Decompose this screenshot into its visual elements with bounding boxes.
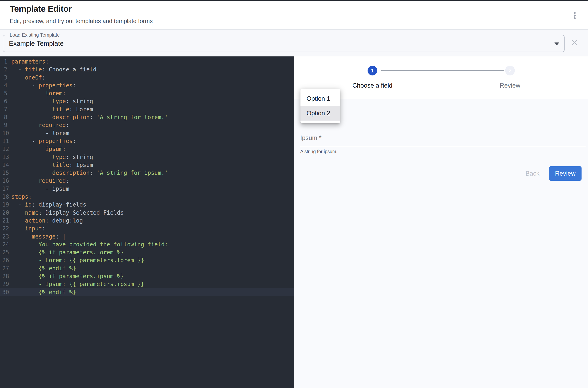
editor-lines: 1 parameters: 2 - title: Choose a field … <box>0 58 294 296</box>
editor-line[interactable]: 30 {% endif %} <box>0 288 294 296</box>
step-2-indicator: 2 <box>505 66 515 75</box>
editor-line[interactable]: 23 message: | <box>0 233 294 241</box>
load-template-select[interactable]: Load Existing Template Example Template <box>3 35 565 52</box>
ipsum-field-helper: A string for ipsum. <box>300 149 337 154</box>
editor-line[interactable]: 5 lorem: <box>0 89 294 97</box>
editor-line[interactable]: 27 {% endif %} <box>0 264 294 272</box>
template-loader-bar: Load Existing Template Example Template <box>0 29 588 56</box>
editor-line-number: 26 <box>0 256 11 264</box>
editor-line[interactable]: 11 - properties: <box>0 137 294 145</box>
editor-line[interactable]: 1 parameters: <box>0 58 294 66</box>
editor-line-number: 16 <box>0 177 11 185</box>
editor-line-number: 19 <box>0 201 11 209</box>
editor-line-code: description: 'A string for lorem.' <box>11 113 294 121</box>
editor-line-number: 23 <box>0 233 11 241</box>
editor-line[interactable]: 9 required: <box>0 121 294 129</box>
editor-line-code: - ipsum <box>11 185 294 193</box>
editor-line[interactable]: 24 You have provided the following field… <box>0 241 294 248</box>
editor-line-code: lorem: <box>11 89 294 97</box>
editor-line[interactable]: 19 - id: display-fields <box>0 201 294 209</box>
step-2-label: Review <box>470 82 550 89</box>
clear-template-button[interactable] <box>569 38 580 48</box>
editor-line-number: 13 <box>0 153 11 161</box>
editor-line[interactable]: 18 steps: <box>0 193 294 201</box>
step-1-indicator: 1 <box>368 66 377 75</box>
editor-line-code: required: <box>11 121 294 129</box>
editor-line[interactable]: 15 description: 'A string for ipsum.' <box>0 169 294 177</box>
editor-line-number: 29 <box>0 280 11 288</box>
chevron-down-icon <box>554 43 559 45</box>
editor-line[interactable]: 3 oneOf: <box>0 74 294 81</box>
editor-line-number: 20 <box>0 209 11 217</box>
load-template-select-value: Example Template <box>9 35 64 51</box>
editor-line[interactable]: 8 description: 'A string for lorem.' <box>0 113 294 121</box>
step-connector <box>381 70 504 71</box>
editor-line-code: steps: <box>11 193 294 201</box>
editor-line-number: 12 <box>0 145 11 153</box>
editor-line-code: You have provided the following field: <box>11 241 294 248</box>
dropdown-option[interactable]: Option 1 <box>301 92 340 106</box>
editor-line[interactable]: 16 required: <box>0 177 294 185</box>
editor-line-code: {% endif %} <box>11 288 294 296</box>
editor-line-code: {% endif %} <box>11 264 294 272</box>
template-editor-window: Template Editor Edit, preview, and try o… <box>0 0 588 388</box>
editor-line[interactable]: 14 title: Ipsum <box>0 161 294 169</box>
editor-line[interactable]: 22 input: <box>0 224 294 232</box>
editor-line-number: 27 <box>0 264 11 272</box>
editor-line[interactable]: 13 type: string <box>0 153 294 161</box>
editor-line[interactable]: 28 {% if parameters.ipsum %} <box>0 272 294 280</box>
editor-line-code: - Ipsum: {{ parameters.ipsum }} <box>11 280 294 288</box>
editor-line[interactable]: 21 action: debug:log <box>0 217 294 224</box>
dropdown-option[interactable]: Option 2 <box>301 106 340 121</box>
editor-line-number: 9 <box>0 121 11 129</box>
editor-line-code: name: Display Selected Fields <box>11 209 294 217</box>
editor-line[interactable]: 29 - Ipsum: {{ parameters.ipsum }} <box>0 280 294 288</box>
close-icon <box>571 39 578 46</box>
editor-line-code: title: Ipsum <box>11 161 294 169</box>
editor-line-number: 4 <box>0 81 11 89</box>
editor-line-code: type: string <box>11 97 294 105</box>
preview-panel: 1 2 Choose a field Review Option 1Option… <box>294 56 588 388</box>
editor-line-number: 6 <box>0 97 11 105</box>
editor-line[interactable]: 26 - Lorem: {{ parameters.lorem }} <box>0 256 294 264</box>
editor-line-number: 7 <box>0 105 11 113</box>
editor-line-number: 28 <box>0 272 11 280</box>
editor-line[interactable]: 7 title: Lorem <box>0 105 294 113</box>
editor-line-number: 15 <box>0 169 11 177</box>
editor-line[interactable]: 25 {% if parameters.lorem %} <box>0 248 294 256</box>
review-button[interactable]: Review <box>549 166 582 181</box>
code-editor[interactable]: 1 parameters: 2 - title: Choose a field … <box>0 56 294 388</box>
header-menu-button[interactable] <box>569 10 580 21</box>
editor-line-code: {% if parameters.ipsum %} <box>11 272 294 280</box>
editor-line-number: 14 <box>0 161 11 169</box>
editor-line-number: 22 <box>0 224 11 232</box>
editor-line-code: title: Lorem <box>11 105 294 113</box>
back-button[interactable]: Back <box>517 168 547 179</box>
main-split: 1 parameters: 2 - title: Choose a field … <box>0 56 588 388</box>
editor-line-number: 17 <box>0 185 11 193</box>
editor-line[interactable]: 20 name: Display Selected Fields <box>0 209 294 217</box>
editor-line-code: input: <box>11 224 294 232</box>
page-header: Template Editor Edit, preview, and try o… <box>0 1 588 29</box>
field-options-menu: Option 1Option 2 <box>301 89 340 123</box>
editor-line[interactable]: 6 type: string <box>0 97 294 105</box>
ipsum-input[interactable] <box>300 139 586 147</box>
editor-line-number: 10 <box>0 129 11 137</box>
editor-line-code: - id: display-fields <box>11 201 294 209</box>
editor-line-code: message: | <box>11 233 294 241</box>
editor-line[interactable]: 12 ipsum: <box>0 145 294 153</box>
editor-line-code: required: <box>11 177 294 185</box>
editor-line-number: 21 <box>0 217 11 224</box>
step-1-label: Choose a field <box>332 82 413 89</box>
editor-line-number: 8 <box>0 113 11 121</box>
editor-line[interactable]: 2 - title: Choose a field <box>0 66 294 73</box>
editor-line[interactable]: 17 - ipsum <box>0 185 294 193</box>
editor-line[interactable]: 10 - lorem <box>0 129 294 137</box>
editor-line[interactable]: 4 - properties: <box>0 81 294 89</box>
editor-line-number: 5 <box>0 89 11 97</box>
editor-line-number: 25 <box>0 248 11 256</box>
editor-line-code: ipsum: <box>11 145 294 153</box>
editor-line-code: - title: Choose a field <box>11 66 294 73</box>
editor-line-number: 2 <box>0 66 11 73</box>
editor-line-number: 3 <box>0 74 11 81</box>
